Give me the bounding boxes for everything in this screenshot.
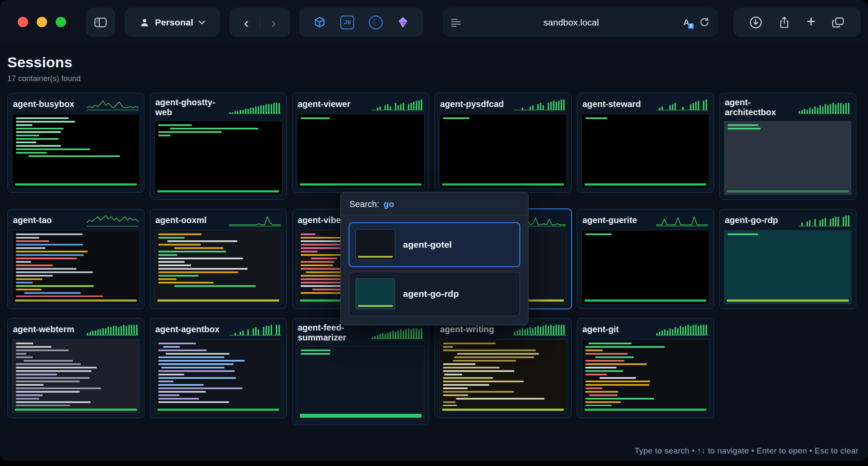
search-query[interactable]: go (384, 199, 394, 209)
session-card[interactable]: agent-agentbox (150, 318, 287, 418)
search-result-row[interactable]: agent-go-rdp (349, 271, 520, 316)
traffic-lights (18, 17, 66, 27)
sidebar-toggle-button[interactable] (86, 8, 115, 37)
share-button[interactable] (778, 16, 790, 29)
keyboard-hints: Type to search • ↑↓ to navigate • Enter … (635, 446, 859, 456)
terminal-line (158, 363, 233, 365)
session-thumbnail (724, 230, 852, 304)
terminal-status-bar (442, 409, 564, 411)
terminal-text-lines (16, 117, 136, 181)
tabs-icon (832, 16, 845, 28)
new-tab-button[interactable]: + (807, 14, 816, 29)
terminal-line (585, 350, 603, 351)
search-result-row[interactable]: agent-gotel (349, 222, 520, 267)
terminal-status-bar (15, 299, 137, 302)
downloads-button[interactable] (749, 16, 762, 29)
session-name: agent-ooxml (155, 215, 209, 225)
session-thumbnail (154, 339, 282, 413)
forward-button[interactable]: › (260, 9, 287, 35)
terminal-line (16, 346, 51, 348)
session-card[interactable]: agent-viewer (292, 93, 429, 193)
session-card[interactable]: agent-webterm (7, 318, 145, 418)
terminal-line (585, 233, 612, 235)
terminal-line (16, 251, 88, 252)
terminal-line (16, 350, 69, 351)
search-overlay: Search: go agent-gotel agent-go-rdp (340, 192, 528, 325)
terminal-line (585, 374, 607, 375)
session-card[interactable]: agent-architectbox (719, 93, 856, 200)
terminal-status-bar (157, 409, 279, 411)
reload-icon (699, 17, 710, 28)
js-icon: JS (344, 19, 351, 25)
session-card[interactable]: agent-guerite (577, 209, 714, 309)
session-thumbnail (724, 121, 852, 195)
terminal-line (158, 264, 191, 266)
terminal-line (443, 377, 493, 379)
terminal-line (158, 370, 235, 372)
terminal-line (16, 387, 101, 389)
session-card[interactable]: agent-git (577, 318, 714, 418)
session-card[interactable]: agent-ghostty-web (150, 93, 287, 200)
terminal-line (16, 148, 90, 150)
terminal-status-bar (442, 183, 564, 186)
session-card[interactable]: agent-writing (434, 318, 572, 418)
terminal-line (16, 244, 83, 246)
session-card-header: agent-agentbox (150, 318, 286, 339)
cube-extension-button[interactable] (313, 16, 326, 29)
terminal-line (16, 391, 80, 393)
terminal-text-lines (728, 233, 848, 297)
download-icon (749, 16, 762, 29)
session-card[interactable]: agent-ooxml (150, 209, 287, 309)
session-card[interactable]: agent-tao (7, 209, 145, 309)
terminal-line (16, 145, 61, 147)
session-name: agent-guerite (582, 215, 640, 225)
terminal-line (24, 292, 81, 294)
profile-menu-button[interactable]: Personal (125, 8, 220, 37)
terminal-line (585, 391, 618, 393)
session-thumbnail (12, 230, 140, 304)
zoom-window-button[interactable] (56, 17, 66, 27)
terminal-text-lines (443, 343, 563, 406)
js-extension-button[interactable]: JS (340, 16, 354, 29)
gem-extension-button[interactable] (397, 16, 409, 28)
terminal-line (158, 360, 245, 362)
session-card-header: agent-ooxml (150, 209, 286, 230)
terminal-line (585, 353, 628, 355)
address-bar[interactable]: sandbox.local A 文 (443, 8, 718, 37)
session-card[interactable]: agent-busybox (7, 93, 145, 193)
terminal-text-lines (301, 350, 421, 413)
translate-button[interactable]: A 文 (681, 17, 692, 28)
close-window-button[interactable] (18, 17, 28, 27)
session-card[interactable]: agent-steward (577, 93, 714, 193)
terminal-line (16, 401, 91, 403)
reload-button[interactable] (699, 17, 710, 28)
terminal-line (158, 258, 243, 259)
result-thumbnail-bar (358, 305, 393, 307)
tab-overview-button[interactable] (832, 16, 845, 28)
activity-sparkline (656, 323, 708, 336)
terminal-line (16, 384, 44, 386)
terminal-line (16, 131, 61, 133)
session-thumbnail (582, 114, 709, 188)
terminal-status-bar (727, 299, 849, 302)
session-card-header: agent-guerite (577, 209, 714, 230)
terminal-text-lines (158, 233, 278, 297)
minimize-window-button[interactable] (37, 17, 47, 27)
terminal-line (158, 387, 242, 389)
container-count: 17 container(s) found (7, 74, 861, 83)
activity-sparkline (229, 101, 281, 114)
session-card[interactable]: agent-pysdfcad (434, 93, 572, 193)
terminal-status-bar (15, 409, 137, 411)
terminal-line (16, 374, 57, 375)
terminal-text-lines (16, 343, 136, 406)
terminal-line (301, 117, 330, 119)
session-card[interactable]: agent-go-rdp (719, 209, 856, 309)
terminal-line (158, 343, 196, 344)
terminal-line (16, 394, 43, 396)
terminal-line (163, 346, 180, 348)
moon-extension-button[interactable]: ☾ (369, 16, 383, 29)
session-card[interactable]: agent-feed-summarizer (292, 318, 429, 425)
terminal-line (443, 350, 536, 351)
terminal-line (16, 367, 97, 368)
back-button[interactable]: ‹ (233, 9, 260, 35)
